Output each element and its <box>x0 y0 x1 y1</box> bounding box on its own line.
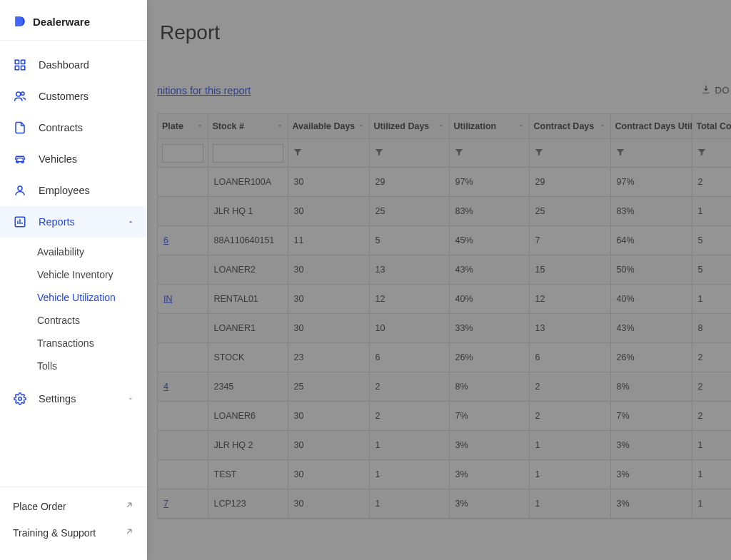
subnav-item-tolls[interactable]: Tolls <box>0 355 147 377</box>
cell-utilized: 1 <box>369 489 449 519</box>
sort-icon <box>196 122 203 131</box>
sidebar-item-employees[interactable]: Employees <box>0 175 147 206</box>
table-row: LOANER100A302997%2997%2 <box>158 168 731 197</box>
cell-total: 2 <box>692 402 731 431</box>
column-header-avail[interactable]: Available Days <box>288 114 369 139</box>
cell-utilized: 10 <box>369 314 449 343</box>
sidebar-item-label: Settings <box>39 393 76 404</box>
sidebar-item-label: Reports <box>39 216 75 228</box>
cell-contract_util: 83% <box>610 197 692 226</box>
cell-stock: LOANER2 <box>208 255 288 285</box>
sidebar-item-label: Dashboard <box>39 59 89 71</box>
cell-plate: IN <box>158 285 208 314</box>
cell-contract_util: 43% <box>610 314 692 343</box>
filter-icon[interactable] <box>534 147 544 159</box>
cell-avail: 30 <box>288 314 369 343</box>
table-row: JLR HQ 1302583%2583%1 <box>158 197 731 226</box>
cell-stock: 88A110640151 <box>208 226 288 255</box>
subnav-item-vehicle-utilization[interactable]: Vehicle Utilization <box>0 286 147 309</box>
cell-utilized: 2 <box>369 372 449 402</box>
cell-avail: 30 <box>288 489 369 519</box>
sidebar-item-label: Vehicles <box>39 153 77 165</box>
brand-logo[interactable]: Dealerware <box>0 0 147 41</box>
filter-icon[interactable] <box>615 147 625 159</box>
cell-plate <box>158 431 208 460</box>
contracts-icon <box>13 121 27 135</box>
cell-contract_days: 12 <box>529 285 610 314</box>
cell-total: 2 <box>692 343 731 372</box>
column-header-stock[interactable]: Stock # <box>208 114 288 139</box>
cell-contract_days: 2 <box>529 372 610 402</box>
filter-icon[interactable] <box>697 147 707 159</box>
footer-link-place-order[interactable]: Place Order <box>0 493 147 519</box>
filter-icon[interactable] <box>374 147 384 159</box>
cell-total: 1 <box>692 197 731 226</box>
employees-icon <box>13 183 27 198</box>
cell-utilized: 5 <box>369 226 449 255</box>
sidebar-item-reports[interactable]: Reports <box>0 206 147 238</box>
column-header-total[interactable]: Total Contr <box>692 114 731 139</box>
table-row: STOCK23626%626%2 <box>158 343 731 372</box>
definitions-link[interactable]: nitions for this report <box>157 85 251 96</box>
sidebar-item-settings[interactable]: Settings <box>0 383 147 414</box>
sidebar-item-customers[interactable]: Customers <box>0 81 147 112</box>
svg-point-10 <box>19 397 22 401</box>
cell-utilization: 45% <box>449 226 529 255</box>
footer-link-training-and-support[interactable]: Training & Support <box>0 519 147 546</box>
cell-utilization: 3% <box>449 460 529 489</box>
cell-plate <box>158 343 208 372</box>
subnav-item-transactions[interactable]: Transactions <box>0 332 147 355</box>
cell-utilization: 33% <box>449 314 529 343</box>
sidebar-item-vehicles[interactable]: Vehicles <box>0 143 147 175</box>
cell-stock: RENTAL01 <box>208 285 288 314</box>
cell-avail: 23 <box>288 343 369 372</box>
sort-icon <box>599 122 606 131</box>
sidebar-item-label: Employees <box>39 185 90 196</box>
sidebar-drawer: Dealerware DashboardCustomersContractsVe… <box>0 0 147 560</box>
logo-icon <box>13 14 27 29</box>
cell-total: 5 <box>692 255 731 285</box>
column-header-contract_util[interactable]: Contract Days Utiliz. <box>610 114 692 139</box>
svg-rect-3 <box>21 66 25 70</box>
column-header-utilization[interactable]: Utilization <box>449 114 529 139</box>
subnav-item-vehicle-inventory[interactable]: Vehicle Inventory <box>0 263 147 286</box>
cell-contract_days: 15 <box>529 255 610 285</box>
cell-contract_util: 64% <box>610 226 692 255</box>
cell-plate <box>158 197 208 226</box>
cell-contract_util: 3% <box>610 460 692 489</box>
cell-stock: JLR HQ 2 <box>208 431 288 460</box>
filter-icon[interactable] <box>454 147 464 159</box>
filter-input-stock[interactable] <box>213 144 283 163</box>
cell-utilized: 1 <box>369 460 449 489</box>
column-header-utilized[interactable]: Utilized Days <box>369 114 449 139</box>
cell-avail: 30 <box>288 255 369 285</box>
cell-stock: LCP123 <box>208 489 288 519</box>
cell-avail: 11 <box>288 226 369 255</box>
sort-icon <box>680 122 687 131</box>
cell-utilization: 3% <box>449 489 529 519</box>
svg-rect-1 <box>21 60 25 63</box>
svg-point-5 <box>21 92 25 96</box>
cell-plate <box>158 168 208 197</box>
column-header-contract_days[interactable]: Contract Days <box>529 114 610 139</box>
cell-avail: 30 <box>288 402 369 431</box>
cell-total: 2 <box>692 372 731 402</box>
download-icon <box>701 84 711 96</box>
subnav-item-contracts[interactable]: Contracts <box>0 309 147 332</box>
sort-icon <box>438 122 445 131</box>
table-row: LOANER1301033%1343%8 <box>158 314 731 343</box>
cell-utilized: 6 <box>369 343 449 372</box>
cell-contract_days: 29 <box>529 168 610 197</box>
filter-icon[interactable] <box>293 147 303 159</box>
download-button[interactable]: DO <box>701 84 730 96</box>
filter-input-plate[interactable] <box>162 144 203 163</box>
sort-icon <box>276 122 283 131</box>
report-table: PlateStock #Available DaysUtilized DaysU… <box>157 113 731 519</box>
subnav-item-availability[interactable]: Availability <box>0 240 147 263</box>
column-header-plate[interactable]: Plate <box>158 114 208 139</box>
sidebar-item-contracts[interactable]: Contracts <box>0 112 147 143</box>
sidebar-item-dashboard[interactable]: Dashboard <box>0 49 147 81</box>
external-link-icon <box>124 526 134 539</box>
cell-stock: JLR HQ 1 <box>208 197 288 226</box>
cell-utilization: 8% <box>449 372 529 402</box>
